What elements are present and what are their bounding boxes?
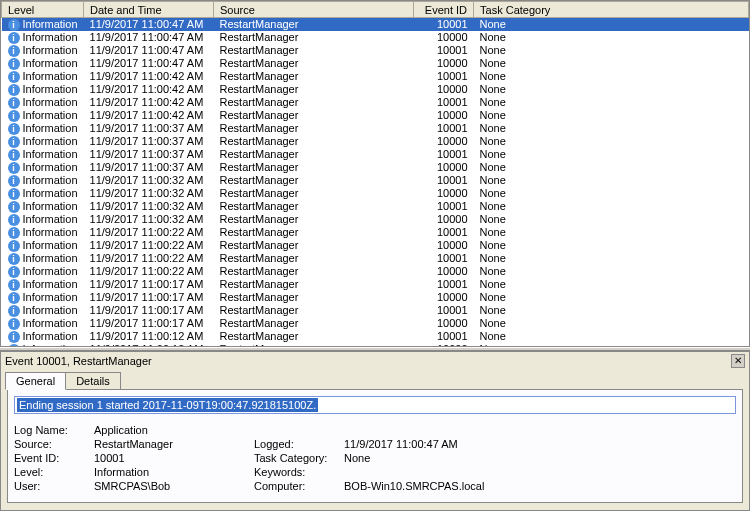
table-row[interactable]: iInformation11/9/2017 11:00:17 AMRestart… (2, 317, 749, 330)
table-row[interactable]: iInformation11/9/2017 11:00:37 AMRestart… (2, 161, 749, 174)
cell-eventid: 10000 (414, 83, 474, 96)
tab-details[interactable]: Details (65, 372, 121, 390)
table-row[interactable]: iInformation11/9/2017 11:00:17 AMRestart… (2, 278, 749, 291)
cell-eventid: 10001 (414, 70, 474, 83)
table-row[interactable]: iInformation11/9/2017 11:00:47 AMRestart… (2, 31, 749, 44)
cell-eventid: 10001 (414, 18, 474, 32)
table-row[interactable]: iInformation11/9/2017 11:00:17 AMRestart… (2, 304, 749, 317)
table-row[interactable]: iInformation11/9/2017 11:00:12 AMRestart… (2, 330, 749, 343)
cell-source: RestartManager (214, 83, 414, 96)
cell-level: Information (23, 122, 78, 135)
cell-taskcat: None (474, 278, 749, 291)
col-source[interactable]: Source (214, 2, 414, 18)
cell-taskcat: None (474, 252, 749, 265)
info-icon: i (8, 136, 20, 148)
col-level[interactable]: Level (2, 2, 84, 18)
cell-source: RestartManager (214, 304, 414, 317)
lbl-source: Source: (14, 438, 94, 450)
cell-source: RestartManager (214, 239, 414, 252)
cell-level: Information (23, 148, 78, 161)
info-icon: i (8, 45, 20, 57)
lbl-user: User: (14, 480, 94, 492)
cell-datetime: 11/9/2017 11:00:22 AM (84, 265, 214, 278)
cell-datetime: 11/9/2017 11:00:42 AM (84, 96, 214, 109)
cell-taskcat: None (474, 291, 749, 304)
val-keywords (344, 466, 544, 478)
table-row[interactable]: iInformation11/9/2017 11:00:47 AMRestart… (2, 18, 749, 32)
table-row[interactable]: iInformation11/9/2017 11:00:47 AMRestart… (2, 57, 749, 70)
cell-level: Information (23, 96, 78, 109)
cell-eventid: 10000 (414, 187, 474, 200)
tab-general[interactable]: General (5, 372, 66, 390)
cell-source: RestartManager (214, 44, 414, 57)
cell-taskcat: None (474, 122, 749, 135)
table-row[interactable]: iInformation11/9/2017 11:00:37 AMRestart… (2, 148, 749, 161)
detail-body: Ending session 1 started 2017-11-09T19:0… (7, 389, 743, 503)
cell-level: Information (23, 317, 78, 330)
table-row[interactable]: iInformation11/9/2017 11:00:22 AMRestart… (2, 252, 749, 265)
cell-source: RestartManager (214, 187, 414, 200)
cell-source: RestartManager (214, 18, 414, 32)
cell-eventid: 10000 (414, 57, 474, 70)
cell-datetime: 11/9/2017 11:00:17 AM (84, 304, 214, 317)
cell-datetime: 11/9/2017 11:00:47 AM (84, 44, 214, 57)
table-row[interactable]: iInformation11/9/2017 11:00:32 AMRestart… (2, 213, 749, 226)
table-row[interactable]: iInformation11/9/2017 11:00:42 AMRestart… (2, 70, 749, 83)
table-row[interactable]: iInformation11/9/2017 11:00:22 AMRestart… (2, 265, 749, 278)
cell-taskcat: None (474, 330, 749, 343)
col-eventid[interactable]: Event ID (414, 2, 474, 18)
cell-level: Information (23, 174, 78, 187)
table-row[interactable]: iInformation11/9/2017 11:00:42 AMRestart… (2, 109, 749, 122)
table-row[interactable]: iInformation11/9/2017 11:00:42 AMRestart… (2, 96, 749, 109)
val-user: SMRCPAS\Bob (94, 480, 254, 492)
table-row[interactable]: iInformation11/9/2017 11:00:22 AMRestart… (2, 239, 749, 252)
cell-eventid: 10001 (414, 122, 474, 135)
val-logname: Application (94, 424, 254, 436)
info-icon: i (8, 240, 20, 252)
cell-source: RestartManager (214, 278, 414, 291)
info-icon: i (8, 110, 20, 122)
table-row[interactable]: iInformation11/9/2017 11:00:32 AMRestart… (2, 200, 749, 213)
lbl-level: Level: (14, 466, 94, 478)
cell-eventid: 10000 (414, 213, 474, 226)
col-datetime[interactable]: Date and Time (84, 2, 214, 18)
lbl-logged: Logged: (254, 438, 344, 450)
close-icon[interactable]: ✕ (731, 354, 745, 368)
table-row[interactable]: iInformation11/9/2017 11:00:17 AMRestart… (2, 291, 749, 304)
info-icon: i (8, 253, 20, 265)
cell-eventid: 10001 (414, 304, 474, 317)
table-row[interactable]: iInformation11/9/2017 11:00:22 AMRestart… (2, 226, 749, 239)
cell-eventid: 10001 (414, 96, 474, 109)
cell-datetime: 11/9/2017 11:00:17 AM (84, 291, 214, 304)
info-icon: i (8, 292, 20, 304)
info-icon: i (8, 84, 20, 96)
col-taskcat[interactable]: Task Category (474, 2, 749, 18)
info-icon: i (8, 266, 20, 278)
cell-source: RestartManager (214, 252, 414, 265)
table-row[interactable]: iInformation11/9/2017 11:00:42 AMRestart… (2, 83, 749, 96)
event-message-box[interactable]: Ending session 1 started 2017-11-09T19:0… (14, 396, 736, 414)
table-row[interactable]: iInformation11/9/2017 11:00:47 AMRestart… (2, 44, 749, 57)
cell-level: Information (23, 83, 78, 96)
cell-taskcat: None (474, 70, 749, 83)
cell-taskcat: None (474, 226, 749, 239)
table-row[interactable]: iInformation11/9/2017 11:00:37 AMRestart… (2, 122, 749, 135)
event-properties: Log Name: Application Source: RestartMan… (14, 424, 736, 492)
table-row[interactable]: iInformation11/9/2017 11:00:37 AMRestart… (2, 135, 749, 148)
info-icon: i (8, 188, 20, 200)
cell-source: RestartManager (214, 200, 414, 213)
cell-eventid: 10000 (414, 265, 474, 278)
cell-datetime: 11/9/2017 11:00:32 AM (84, 200, 214, 213)
cell-taskcat: None (474, 317, 749, 330)
detail-tabs: General Details (1, 370, 749, 390)
table-row[interactable]: iInformation11/9/2017 11:00:32 AMRestart… (2, 174, 749, 187)
info-icon: i (8, 305, 20, 317)
cell-taskcat: None (474, 161, 749, 174)
grid-header[interactable]: Level Date and Time Source Event ID Task… (2, 2, 749, 18)
cell-taskcat: None (474, 135, 749, 148)
event-grid[interactable]: Level Date and Time Source Event ID Task… (0, 0, 750, 347)
info-icon: i (8, 123, 20, 135)
table-row[interactable]: iInformation11/9/2017 11:00:32 AMRestart… (2, 187, 749, 200)
cell-source: RestartManager (214, 317, 414, 330)
val-computer: BOB-Win10.SMRCPAS.local (344, 480, 544, 492)
